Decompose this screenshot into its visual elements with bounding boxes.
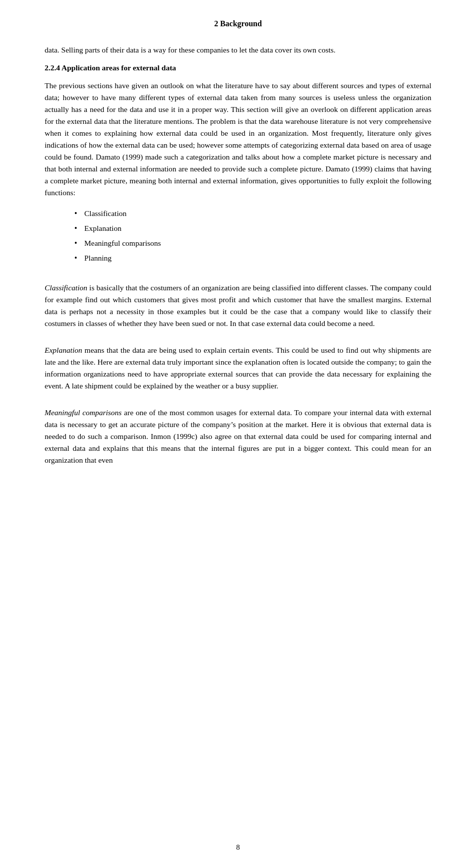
page-number: 8	[236, 843, 240, 851]
meaningful-comparisons-paragraph: Meaningful comparisons are one of the mo…	[45, 407, 431, 466]
chapter-heading: 2 Background	[214, 19, 262, 28]
explanation-paragraph: Explanation means that the data are bein…	[45, 344, 431, 392]
page-footer: 8	[0, 842, 476, 853]
intro-paragraph: data. Selling parts of their data is a w…	[45, 44, 431, 56]
section-paragraph-1: The previous sections have given an outl…	[45, 80, 431, 199]
page: 2 Background data. Selling parts of thei…	[0, 0, 476, 868]
section-title: 2.2.4 Application areas for external dat…	[45, 62, 431, 74]
classification-paragraph: Classification is basically that the cos…	[45, 282, 431, 329]
bullet-list: Classification Explanation Meaningful co…	[74, 208, 431, 264]
list-item: Explanation	[74, 222, 431, 234]
list-item: Classification	[74, 208, 431, 219]
page-title: 2 Background	[45, 18, 431, 30]
list-item: Meaningful comparisons	[74, 237, 431, 249]
list-item: Planning	[74, 252, 431, 264]
